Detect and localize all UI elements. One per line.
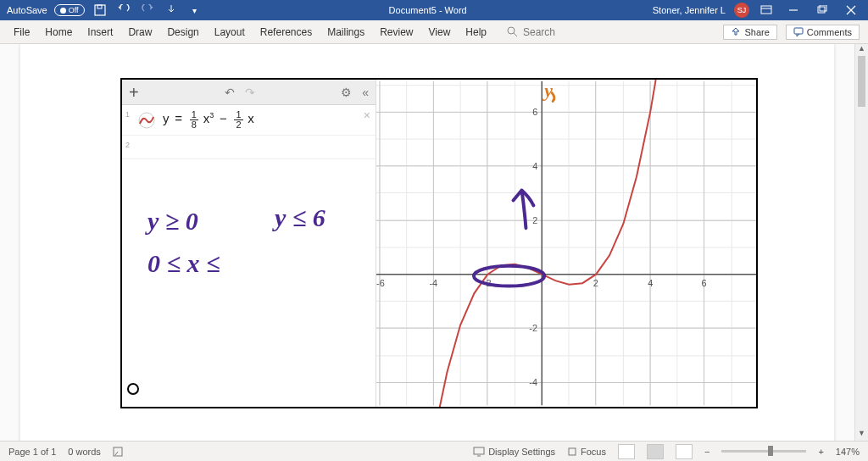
svg-text:-6: -6	[376, 278, 385, 288]
expression-row-1[interactable]: 1 y = 18 x3 − 12 x ×	[122, 105, 376, 136]
add-expression-button[interactable]: +	[129, 84, 139, 101]
grid-major	[376, 81, 756, 406]
ink-y-axis-label: y	[542, 81, 553, 101]
tab-layout[interactable]: Layout	[214, 26, 245, 38]
settings-icon[interactable]: ⚙	[341, 86, 352, 99]
zoom-slider[interactable]	[721, 450, 806, 453]
svg-rect-57	[569, 448, 576, 455]
graph-canvas[interactable]: -6 -4 -2 2 4 6 -4 -2 2 4 6	[376, 80, 756, 407]
user-name: Stoner, Jennifer L	[653, 5, 726, 15]
graph-panel[interactable]: -6 -4 -2 2 4 6 -4 -2 2 4 6	[376, 80, 756, 407]
svg-point-8	[128, 384, 138, 394]
tab-help[interactable]: Help	[465, 26, 487, 38]
web-layout-button[interactable]	[676, 444, 693, 459]
svg-text:-4: -4	[529, 377, 537, 387]
scroll-down-icon[interactable]: ▼	[855, 429, 868, 441]
ink-annotation-2: y ≤ 6	[275, 203, 326, 232]
save-icon[interactable]	[92, 2, 108, 19]
svg-text:-2: -2	[529, 323, 537, 333]
page-indicator[interactable]: Page 1 of 1	[8, 447, 56, 457]
svg-rect-2	[761, 6, 771, 14]
expression-row-2[interactable]: 2	[122, 136, 376, 159]
undo-expression-icon[interactable]: ↶	[225, 86, 235, 99]
close-button[interactable]	[841, 0, 861, 20]
comments-button[interactable]: Comments	[786, 25, 860, 40]
redo-expression-icon[interactable]: ↷	[245, 86, 255, 99]
expression-color-swatch[interactable]	[137, 111, 156, 130]
svg-rect-56	[474, 447, 484, 454]
word-count[interactable]: 0 words	[68, 447, 101, 457]
redo-icon[interactable]	[139, 2, 156, 19]
expression-panel: + ↶ ↷ ⚙ « 1	[122, 80, 376, 407]
autosave-label: AutoSave	[7, 5, 47, 15]
scroll-up-icon[interactable]: ▲	[855, 44, 868, 56]
svg-text:6: 6	[702, 278, 707, 288]
svg-text:2: 2	[532, 215, 537, 225]
scroll-thumb[interactable]	[858, 56, 865, 107]
zoom-slider-knob[interactable]	[768, 446, 773, 456]
tab-mailings[interactable]: Mailings	[327, 26, 364, 38]
ink-arrow-up	[514, 191, 534, 229]
spellcheck-icon[interactable]	[113, 446, 125, 458]
maximize-button[interactable]	[812, 0, 832, 20]
curve-cubic	[428, 80, 660, 407]
vertical-scrollbar[interactable]: ▲ ▼	[854, 44, 868, 441]
autosave-dot-icon	[60, 8, 66, 14]
tab-draw[interactable]: Draw	[128, 26, 152, 38]
share-button[interactable]: Share	[723, 25, 776, 40]
svg-rect-0	[95, 5, 105, 15]
svg-text:6: 6	[532, 107, 537, 117]
embedded-graph-frame: + ↶ ↷ ⚙ « 1	[120, 78, 758, 408]
svg-text:-4: -4	[429, 278, 437, 288]
undo-icon[interactable]	[115, 2, 132, 19]
ink-annotation-1: y ≥ 0	[147, 207, 198, 236]
collapse-panel-icon[interactable]: «	[362, 86, 369, 99]
autosave-toggle[interactable]: Off	[54, 4, 85, 16]
share-icon	[731, 27, 741, 37]
focus-icon	[567, 447, 577, 457]
zoom-in-button[interactable]: +	[818, 447, 823, 457]
svg-rect-3	[818, 7, 825, 13]
svg-rect-6	[794, 28, 803, 34]
zoom-out-button[interactable]: −	[704, 447, 709, 457]
minimize-button[interactable]	[783, 0, 804, 20]
svg-point-5	[508, 27, 515, 34]
status-bar: Page 1 of 1 0 words Display Settings Foc…	[0, 441, 868, 461]
delete-expression-icon[interactable]: ×	[364, 108, 370, 122]
customize-qat-icon[interactable]: ▾	[186, 2, 203, 19]
ribbon: File Home Insert Draw Design Layout Refe…	[0, 20, 868, 44]
touch-mode-icon[interactable]	[163, 2, 180, 19]
expression-formula: y = 18 x3 − 12 x	[163, 110, 254, 130]
svg-text:4: 4	[648, 278, 653, 288]
tab-design[interactable]: Design	[167, 26, 198, 38]
expression-toolbar: + ↶ ↷ ⚙ «	[122, 80, 376, 105]
print-layout-button[interactable]	[647, 444, 664, 459]
page: + ↶ ↷ ⚙ « 1	[20, 44, 834, 441]
comments-icon	[793, 27, 804, 37]
svg-rect-4	[820, 5, 826, 11]
search-box[interactable]: Search	[507, 26, 555, 38]
tab-view[interactable]: View	[429, 26, 451, 38]
tab-references[interactable]: References	[260, 26, 312, 38]
display-settings-icon	[473, 447, 485, 457]
tab-home[interactable]: Home	[45, 26, 72, 38]
read-mode-button[interactable]	[618, 444, 635, 459]
zoom-level[interactable]: 147%	[836, 447, 860, 457]
ink-circle-mark	[125, 381, 141, 397]
title-bar: AutoSave Off ▾ Document5 - Word Stoner, …	[0, 0, 868, 20]
tab-review[interactable]: Review	[380, 26, 413, 38]
document-area: + ↶ ↷ ⚙ « 1	[0, 44, 868, 441]
display-settings-button[interactable]: Display Settings	[473, 447, 555, 457]
ink-ellipse-roots	[474, 266, 544, 286]
document-title: Document5 - Word	[203, 5, 653, 15]
tab-file[interactable]: File	[14, 26, 30, 38]
focus-mode-button[interactable]: Focus	[567, 447, 606, 457]
tab-insert[interactable]: Insert	[87, 26, 113, 38]
avatar[interactable]: SJ	[734, 3, 749, 18]
ribbon-tabs: File Home Insert Draw Design Layout Refe…	[0, 26, 487, 38]
svg-text:4: 4	[532, 161, 537, 171]
ribbon-display-icon[interactable]	[758, 2, 775, 19]
search-icon	[507, 26, 518, 37]
ink-annotation-3: 0 ≤ x ≤	[147, 249, 220, 278]
svg-text:2: 2	[593, 278, 598, 288]
